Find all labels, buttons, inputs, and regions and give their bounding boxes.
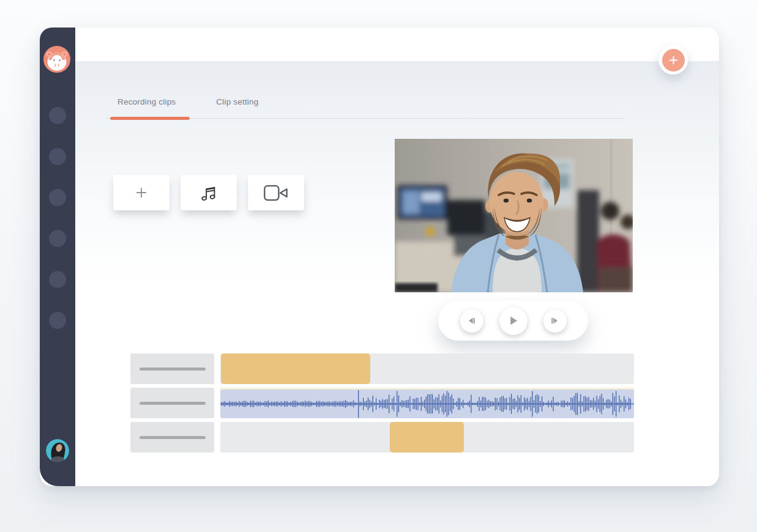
top-bar <box>75 28 719 61</box>
track-handle-bar <box>140 402 206 405</box>
next-frame-button[interactable] <box>543 309 567 333</box>
timeline <box>130 353 634 453</box>
play-icon <box>507 315 519 327</box>
track-handle-bar <box>140 368 206 371</box>
monkey-mascot-icon <box>43 46 70 73</box>
track-row-1 <box>130 353 634 384</box>
playback-controls <box>438 301 588 341</box>
track-lane-1 <box>220 353 634 384</box>
user-avatar[interactable] <box>46 439 69 462</box>
waveform-icon <box>220 390 634 418</box>
track-handle <box>130 353 214 384</box>
add-video-button[interactable] <box>248 175 304 210</box>
plus-icon <box>135 186 148 199</box>
active-tab-indicator <box>110 117 190 120</box>
tab-recording-clips[interactable]: Recording clips <box>117 97 176 118</box>
track-row-2 <box>130 388 634 418</box>
previous-frame-button[interactable] <box>460 309 483 333</box>
avatar-photo <box>46 439 69 462</box>
add-music-button[interactable] <box>181 175 237 210</box>
add-clip-button[interactable] <box>113 175 170 210</box>
track-handle <box>130 388 214 418</box>
sidebar-nav-placeholder-4[interactable] <box>49 230 66 247</box>
plus-icon <box>662 49 685 72</box>
main-content: Recording clips Clip setting <box>75 61 719 486</box>
track-lane-2 <box>220 388 634 418</box>
app-window: Recording clips Clip setting <box>40 28 719 486</box>
step-backward-icon <box>467 316 476 325</box>
clip-toolbar <box>113 175 304 210</box>
sidebar-nav-placeholder-3[interactable] <box>49 189 66 206</box>
tab-label: Recording clips <box>117 97 176 106</box>
app-logo[interactable] <box>43 46 70 73</box>
track-row-3 <box>130 422 634 453</box>
step-forward-icon <box>550 316 559 325</box>
page-background: Recording clips Clip setting <box>0 0 757 532</box>
tab-bar: Recording clips Clip setting <box>105 93 625 119</box>
play-button[interactable] <box>499 307 528 335</box>
sidebar-nav-placeholder-1[interactable] <box>49 107 66 124</box>
sidebar-nav-placeholder-6[interactable] <box>49 312 66 329</box>
track-lane-3 <box>220 422 634 453</box>
video-camera-icon <box>263 183 289 202</box>
video-frame <box>395 139 633 292</box>
video-preview <box>395 139 633 292</box>
timeline-clip[interactable] <box>390 422 464 453</box>
sidebar-nav-placeholder-2[interactable] <box>49 148 66 165</box>
tab-clip-setting[interactable]: Clip setting <box>216 97 258 118</box>
tab-label: Clip setting <box>216 97 258 106</box>
track-handle <box>130 422 214 453</box>
sidebar-nav <box>40 107 75 353</box>
audio-waveform-clip[interactable] <box>220 388 634 418</box>
track-handle-bar <box>140 436 206 439</box>
add-button[interactable] <box>658 45 688 75</box>
timeline-clip[interactable] <box>221 353 370 384</box>
sidebar-nav-placeholder-5[interactable] <box>49 271 66 288</box>
music-note-icon <box>198 182 219 203</box>
sidebar <box>40 28 75 486</box>
